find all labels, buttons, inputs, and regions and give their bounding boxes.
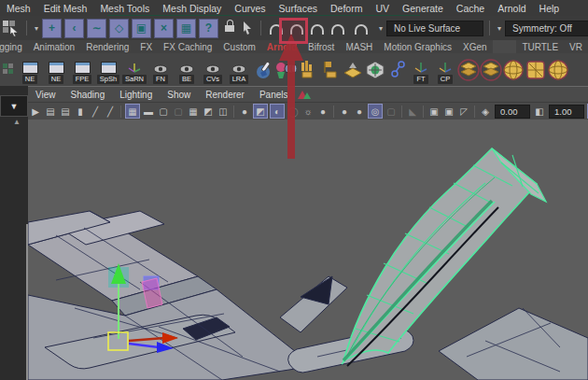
wire-sphere-icon[interactable] [502, 56, 525, 84]
shelf-button-ne2[interactable]: NE [43, 56, 69, 84]
menu-uv[interactable]: UV [369, 3, 396, 14]
gamma-icon[interactable]: ◧ [533, 105, 546, 118]
mask-surfaces-icon[interactable]: ◇ [109, 19, 129, 38]
arrow-plate-icon[interactable] [342, 56, 364, 84]
paste-view-icon[interactable]: ▣ [442, 105, 455, 118]
wire-sphere-icon[interactable] [547, 56, 569, 84]
menu-generate[interactable]: Generate [396, 3, 450, 14]
menu-deform[interactable]: Deform [324, 3, 369, 14]
snap-plane-icon[interactable] [331, 24, 344, 35]
tab-rendering[interactable]: Rendering [80, 42, 134, 52]
ao-icon[interactable]: ● [338, 105, 351, 118]
viewport-menu-lighting[interactable]: Lighting [112, 90, 160, 100]
make-live-icon[interactable] [355, 24, 368, 35]
shelf-button-ft[interactable]: FT [409, 56, 433, 84]
mask-deformers-icon[interactable]: ▣ [132, 19, 151, 38]
symmetry-field[interactable]: Symmetry: Off [505, 21, 588, 36]
maximize-icon[interactable]: ◸ [457, 105, 470, 118]
field-chart-icon[interactable]: ▦ [187, 105, 200, 118]
tab-fx[interactable]: FX [134, 42, 158, 52]
tab-blank[interactable] [493, 40, 517, 53]
select-camera-icon[interactable]: ▶ [29, 105, 42, 118]
wire-cube-icon[interactable] [525, 56, 547, 84]
tab-vr[interactable]: VR [564, 42, 588, 52]
viewport-menu-view[interactable]: View [28, 90, 63, 100]
live-surface-dropdown-icon[interactable]: ▾ [379, 24, 383, 33]
shelf-button-spsh[interactable]: SpSh [95, 56, 121, 84]
isolate-select-icon[interactable]: ◎ [368, 104, 383, 119]
mask-curves-icon[interactable]: ∼ [87, 19, 106, 38]
pin-icon[interactable]: ▮ [74, 105, 87, 118]
tab-fx-caching[interactable]: FX Caching [158, 42, 217, 52]
menu-mesh[interactable]: Mesh [0, 3, 37, 14]
layers-circle-icon[interactable] [457, 56, 480, 84]
viewport-canvas[interactable] [28, 119, 588, 380]
tab-mash[interactable]: MASH [340, 42, 378, 52]
bookmark-icon[interactable]: ▤ [44, 105, 57, 118]
shelf-button-sarn[interactable]: SaRN [121, 56, 147, 84]
panel-edge[interactable] [26, 224, 28, 380]
scroll-up-icon[interactable]: ▲ [13, 118, 21, 126]
shadows-icon[interactable]: ● [316, 105, 329, 118]
gamma-field[interactable]: 1.00 [549, 105, 584, 119]
shaded-mode-icon[interactable]: ◩ [253, 104, 268, 119]
viewport-menu-shading[interactable]: Shading [63, 90, 113, 100]
viewport-menu-show[interactable]: Show [160, 90, 198, 100]
joint-chain-icon[interactable] [386, 56, 409, 84]
bookmark2-icon[interactable]: ▤ [59, 105, 72, 118]
shelf-menu-icon[interactable] [2, 63, 15, 77]
exposure-field[interactable]: 0.00 [495, 105, 530, 119]
shelf-button-ne1[interactable]: NE [17, 56, 43, 84]
mask-joints-icon[interactable]: ‹ [64, 19, 84, 38]
shelf-button-be[interactable]: BE [174, 56, 200, 84]
copy-view-icon[interactable]: ▣ [427, 105, 441, 118]
shelf-button-fpe[interactable]: FPE [69, 56, 95, 84]
tab-rigging[interactable]: igging [0, 42, 28, 52]
safe-title-icon[interactable]: ◫ [217, 105, 230, 118]
viewport-menu-renderer[interactable]: Renderer [198, 90, 252, 100]
axis-tool-icon[interactable]: ╱ [104, 105, 117, 118]
safe-action-icon[interactable]: ◩ [202, 105, 215, 118]
shelf-button-cvs[interactable]: CVs [200, 56, 226, 84]
exposure-icon[interactable]: ◈ [479, 105, 492, 118]
wireframe-mode-icon[interactable]: ● [238, 105, 251, 118]
gate-mask-icon[interactable]: ▢ [172, 105, 185, 118]
shelf-button-lra[interactable]: LRA [226, 56, 252, 84]
tab-xgen[interactable]: XGen [457, 42, 493, 52]
mask-handles-icon[interactable]: + [42, 19, 62, 38]
menu-mesh-display[interactable]: Mesh Display [156, 3, 228, 14]
motion-blur-icon[interactable]: ● [353, 105, 366, 118]
flag-chart-icon[interactable] [319, 56, 342, 84]
menu-surfaces[interactable]: Surfaces [273, 3, 324, 14]
wireframe-model[interactable] [28, 211, 588, 380]
sphere-box-icon[interactable] [364, 56, 386, 84]
selection-mode-icon[interactable] [2, 20, 21, 36]
mask-dynamics-icon[interactable]: × [154, 19, 174, 38]
tab-custom[interactable]: Custom [217, 42, 260, 52]
plane-toggle-icon[interactable]: ▢ [385, 105, 398, 118]
shelf-button-fn[interactable]: FN [147, 56, 174, 84]
pencil-icon[interactable]: ╱ [89, 105, 102, 118]
menu-arnold[interactable]: Arnold [491, 3, 532, 14]
shelf-button-cp[interactable]: CP [433, 56, 457, 84]
mask-misc-icon[interactable]: ? [199, 19, 218, 38]
tab-turtle[interactable]: TURTLE [516, 42, 564, 52]
menu-cache[interactable]: Cache [450, 3, 491, 14]
tab-motion-graphics[interactable]: Motion Graphics [378, 42, 457, 52]
mask-rendering-icon[interactable]: ▦ [176, 19, 196, 38]
grid-toggle-icon[interactable]: ▦ [125, 104, 140, 119]
layers-circle-icon[interactable] [480, 56, 502, 84]
symmetry-dropdown-icon[interactable]: ▾ [497, 24, 501, 33]
xray-cursor-icon[interactable]: ◣ [406, 105, 419, 118]
menu-curves[interactable]: Curves [228, 3, 272, 14]
history-dropdown-icon[interactable]: ▾ [35, 24, 38, 33]
lock-selection-icon[interactable] [225, 25, 234, 32]
live-surface-field[interactable]: No Live Surface [386, 21, 483, 36]
menu-edit-mesh[interactable]: Edit Mesh [37, 3, 94, 14]
highlight-selection-icon[interactable] [240, 21, 255, 35]
paint-brush-icon[interactable] [252, 56, 274, 84]
menu-mesh-tools[interactable]: Mesh Tools [93, 3, 156, 14]
film-gate-icon[interactable]: ▬ [142, 105, 155, 118]
menu-help[interactable]: Help [533, 3, 567, 14]
resolution-gate-icon[interactable]: ▢ [157, 105, 170, 118]
